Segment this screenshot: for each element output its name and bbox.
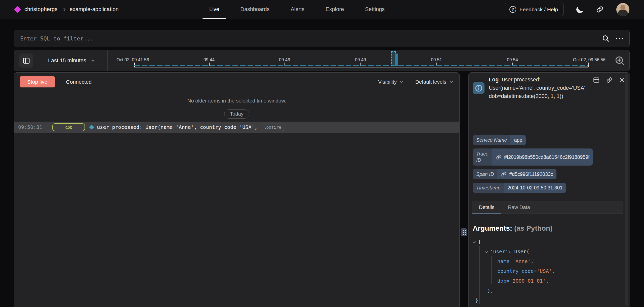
- search-icon[interactable]: [602, 35, 610, 42]
- dark-mode-moon-icon[interactable]: [575, 5, 584, 14]
- more-options-icon[interactable]: [616, 38, 623, 39]
- default-levels-dropdown[interactable]: Default levels: [415, 79, 454, 85]
- link-icon: [496, 154, 502, 160]
- timeline-end-label: Oct 02, 09:56:56: [573, 57, 606, 63]
- chevron-expand-icon[interactable]: [473, 240, 476, 243]
- timeline-panel: Last 15 minutes Oct 02, 09:41:56 09:44 0…: [14, 50, 630, 71]
- timeline-start-label: Oct 02, 09:41:56: [116, 57, 149, 63]
- log-row[interactable]: 09:50:31 app user processed: User(name='…: [14, 122, 459, 133]
- timestamp-field: Timestamp 2024-10-02 09:50:31.301: [473, 183, 566, 193]
- scope-tag: logfire: [261, 124, 285, 131]
- visibility-dropdown[interactable]: Visibility: [378, 79, 404, 85]
- log-title-row: Log: user processed: User(name='Anne', c…: [473, 76, 591, 100]
- chevron-down-icon: [449, 79, 454, 84]
- timeline-tick-label: 09:46: [279, 57, 290, 63]
- question-icon: ?: [509, 6, 516, 13]
- log-level-diamond-icon: [89, 125, 94, 130]
- timeline-separator: [107, 50, 108, 71]
- live-view-panel: Stop live Connected Visibility Default l…: [14, 72, 460, 307]
- log-details-panel: Log: user processed: User(name='Anne', c…: [468, 72, 630, 307]
- code-line: country_code='USA',: [469, 266, 620, 276]
- chevron-down-icon: [399, 79, 404, 84]
- timeline-tick-label: 09:44: [204, 57, 215, 63]
- tab-alerts[interactable]: Alerts: [291, 0, 304, 19]
- chevron-down-icon: [90, 58, 96, 63]
- tab-raw-data[interactable]: Raw Data: [501, 201, 537, 214]
- arguments-heading: Arguments: (as Python): [473, 224, 552, 232]
- today-button[interactable]: Today: [224, 109, 249, 119]
- top-nav: christophergs example-application Live D…: [0, 0, 644, 19]
- logfire-logo-icon[interactable]: [14, 6, 21, 13]
- log-title: Log: user processed: User(name='Anne', c…: [489, 76, 587, 100]
- time-range-dropdown[interactable]: Last 15 minutes: [48, 50, 96, 71]
- timeline-axis: [134, 67, 588, 68]
- tab-live[interactable]: Live: [209, 0, 219, 19]
- panel-left-icon: [22, 57, 30, 65]
- histogram-spike-bar[interactable]: [395, 54, 398, 66]
- breadcrumb-org[interactable]: christophergs: [24, 6, 58, 13]
- link-icon: [501, 171, 507, 177]
- grip-dots-icon: [462, 230, 466, 235]
- feedback-help-label: Feedback / Help: [519, 7, 558, 13]
- code-line: name='Anne',: [469, 257, 620, 266]
- log-metadata: Service Name app Trace ID #f2019b98b550c…: [473, 135, 620, 193]
- resize-drag-handle[interactable]: [461, 228, 467, 236]
- tab-explore[interactable]: Explore: [326, 0, 344, 19]
- share-link-icon[interactable]: [596, 6, 604, 13]
- details-tabs: Details Raw Data: [472, 201, 623, 214]
- service-badge: app: [52, 123, 85, 131]
- close-icon[interactable]: [619, 77, 625, 83]
- nav-tabs: Live Dashboards Alerts Explore Settings: [209, 0, 385, 19]
- timeline-tick-label: 09:51: [431, 57, 442, 63]
- log-timestamp: 09:50:31: [18, 124, 42, 130]
- panel-divider: [464, 72, 464, 307]
- code-line: dob='2000-01-01',: [469, 276, 620, 286]
- tab-details[interactable]: Details: [472, 201, 501, 214]
- zoom-in-icon[interactable]: [614, 55, 625, 66]
- nav-actions: ? Feedback / Help: [504, 0, 629, 19]
- connection-status: Connected: [66, 79, 92, 85]
- code-line: }: [469, 296, 620, 305]
- user-avatar[interactable]: [616, 3, 629, 16]
- details-panel-actions: [593, 77, 625, 83]
- sql-filter-input[interactable]: [14, 30, 602, 47]
- code-line[interactable]: 'user': User(: [469, 247, 620, 257]
- tab-settings[interactable]: Settings: [365, 0, 385, 19]
- filter-bar-actions: [602, 35, 629, 42]
- trace-id-field: Trace ID #f2019b98b550cd8a61546c2f918895…: [473, 148, 593, 166]
- chevron-right-icon: [62, 8, 65, 11]
- empty-window-message: No older items in the selected time wind…: [14, 98, 459, 104]
- copy-link-icon[interactable]: [606, 77, 613, 83]
- timeline-tick-end: [588, 63, 589, 67]
- code-line: ),: [469, 286, 620, 296]
- split-panel-icon[interactable]: [593, 77, 600, 83]
- breadcrumb: christophergs example-application: [15, 0, 119, 19]
- service-name-field: Service Name app: [473, 135, 526, 145]
- timeline-tick-label: 09:49: [355, 57, 366, 63]
- timeline-tick-label: 09:54: [507, 57, 518, 63]
- sql-filter-bar: [14, 30, 630, 47]
- tab-dashboards[interactable]: Dashboards: [240, 0, 269, 19]
- breadcrumb-project[interactable]: example-application: [70, 6, 119, 13]
- chevron-expand-icon[interactable]: [485, 250, 488, 253]
- code-line[interactable]: {: [469, 237, 620, 247]
- live-view-header: Stop live Connected Visibility Default l…: [14, 73, 459, 91]
- feedback-help-button[interactable]: ? Feedback / Help: [504, 3, 564, 16]
- log-message: user processed: User(name='Anne', countr…: [97, 124, 257, 130]
- info-level-icon: [473, 82, 485, 94]
- time-range-label: Last 15 minutes: [48, 58, 86, 64]
- scrollbar[interactable]: [625, 74, 628, 306]
- logfire-app: christophergs example-application Live D…: [0, 0, 644, 307]
- sidebar-toggle-button[interactable]: [19, 54, 33, 68]
- histogram-baseline[interactable]: [134, 65, 588, 66]
- span-id-field: Span ID #d5c996f11192033c: [473, 169, 556, 179]
- stop-live-button[interactable]: Stop live: [20, 76, 55, 87]
- arguments-code-tree: { 'user': User( name='Anne', country_cod…: [469, 237, 620, 305]
